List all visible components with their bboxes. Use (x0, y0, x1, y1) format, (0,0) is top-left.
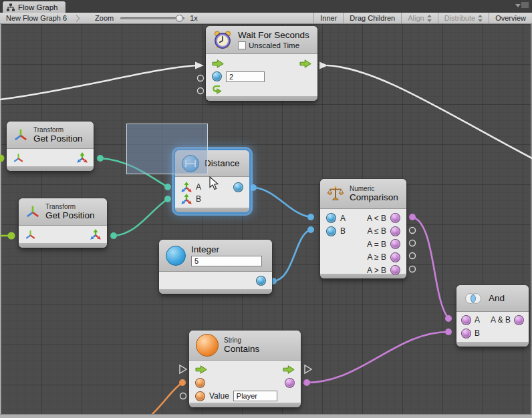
pane-menu-icon[interactable] (515, 2, 529, 8)
contains-result-port[interactable] (285, 378, 295, 388)
selection-rectangle (126, 124, 208, 174)
seconds-port[interactable] (212, 71, 222, 81)
node-footer (456, 342, 529, 347)
flow-input-port[interactable] (195, 365, 207, 374)
node-numeric-comparison[interactable]: Numeric Comparison A A < B B A ≤ B A = B (320, 179, 406, 278)
flow-output-port[interactable] (283, 365, 295, 374)
vector3-output-port[interactable] (77, 152, 88, 163)
node-title: Contains (224, 344, 259, 354)
transform-input-port[interactable] (25, 230, 36, 240)
toolbar: New Flow Graph 6 Zoom 1x Inner Drag Chil… (0, 13, 532, 24)
transform-input-port[interactable] (13, 153, 24, 163)
node-body: A A < B B A ≤ B A = B A ≥ B A > B (320, 209, 406, 274)
dropdown-arrow-icon (515, 3, 521, 8)
node-footer (206, 96, 317, 101)
integer-circle-icon (166, 246, 186, 266)
node-string-contains[interactable]: String Contains Value (189, 331, 301, 407)
port-label-b: B (196, 194, 201, 204)
checkbox-label: Unscaled Time (249, 41, 299, 50)
node-footer (189, 403, 301, 407)
node-title: Integer (191, 244, 265, 254)
output-port-a-lt-b[interactable] (390, 213, 400, 223)
breadcrumb-label: New Flow Graph 6 (6, 14, 67, 22)
output-port-a-gte-b[interactable] (390, 252, 400, 262)
transform-axes-icon (25, 205, 40, 218)
inner-button[interactable]: Inner (313, 13, 343, 23)
breadcrumb[interactable]: New Flow Graph 6 (0, 13, 73, 23)
node-footer (175, 208, 249, 212)
distance-output-port[interactable] (233, 182, 243, 192)
value-input-port[interactable] (195, 391, 205, 401)
output-port-a-lte-b[interactable] (390, 226, 400, 236)
node-title: Wait For Seconds (238, 30, 309, 40)
port-label-a: A (475, 315, 480, 325)
distribute-dropdown[interactable]: Distribute (438, 13, 489, 23)
port-label-b: B (340, 226, 346, 236)
zoom-label: Zoom (95, 14, 114, 22)
vector3-input-port-a[interactable] (181, 182, 192, 192)
node-footer (159, 289, 272, 294)
port-label-a: A (340, 214, 346, 223)
transform-axes-icon (13, 128, 28, 142)
zoom-value: 1x (190, 14, 198, 22)
and-output-port[interactable] (514, 315, 524, 325)
node-body (159, 272, 272, 289)
value-field[interactable] (233, 391, 277, 401)
node-title: Comparison (350, 192, 398, 202)
drag-children-button[interactable]: Drag Children (343, 13, 401, 23)
node-subtitle: String (224, 337, 259, 344)
tab-flow-graph[interactable]: Flow Graph (2, 1, 66, 13)
node-footer (19, 243, 107, 248)
node-subtitle: Transform (45, 203, 95, 210)
zoom-slider-knob[interactable] (176, 15, 183, 22)
node-get-position-1[interactable]: Transform Get Position (7, 122, 94, 171)
and-input-b-port[interactable] (461, 329, 471, 339)
popup-arrows-icon (427, 15, 432, 22)
integer-value-field[interactable] (191, 256, 262, 266)
breadcrumb-chevron-icon (74, 15, 80, 21)
node-header: String Contains (189, 331, 301, 361)
string-input-port[interactable] (195, 378, 205, 388)
zoom-slider-track[interactable] (120, 17, 184, 19)
node-and[interactable]: And A A & B B (456, 285, 529, 347)
node-subtitle: Transform (33, 126, 83, 134)
coroutine-loop-icon[interactable] (212, 84, 223, 94)
alarm-clock-icon (213, 30, 233, 50)
output-label-a-gt-b: A > B (367, 266, 386, 275)
node-get-position-2[interactable]: Transform Get Position (19, 198, 107, 248)
tab-title: Flow Graph (18, 3, 57, 11)
output-label-a-gte-b: A ≥ B (367, 252, 386, 262)
node-body (206, 54, 317, 96)
node-subtitle: Numeric (350, 185, 398, 192)
output-label-a-lt-b: A < B (367, 214, 386, 223)
node-wait-for-seconds[interactable]: Wait For Seconds Unscaled Time (206, 26, 317, 101)
and-input-a-port[interactable] (461, 315, 471, 325)
zoom-slider[interactable] (120, 14, 184, 22)
node-header: Transform Get Position (19, 198, 107, 226)
node-header: And (456, 285, 529, 312)
seconds-field[interactable] (226, 71, 265, 82)
node-body (19, 226, 107, 243)
integer-output-port[interactable] (256, 276, 266, 286)
output-label-a-lte-b: A ≤ B (367, 226, 386, 236)
mouse-cursor-icon (209, 176, 219, 190)
vector3-input-port-b[interactable] (181, 194, 192, 204)
node-body: A A & B B (456, 312, 529, 342)
align-dropdown[interactable]: Align (401, 13, 437, 23)
tab-bar: Flow Graph (0, 0, 532, 13)
toolbar-right-group: Inner Drag Children Align Distribute Ove… (313, 13, 532, 23)
node-header: Transform Get Position (7, 122, 94, 149)
node-header: Wait For Seconds Unscaled Time (206, 26, 317, 54)
output-port-a-eq-b[interactable] (390, 239, 400, 249)
vector3-output-port[interactable] (90, 229, 101, 240)
node-title: Distance (205, 158, 240, 168)
comparison-input-b-port[interactable] (326, 226, 336, 236)
overview-button[interactable]: Overview (489, 13, 532, 23)
unscaled-time-checkbox[interactable] (238, 41, 246, 49)
node-footer (7, 166, 94, 171)
flow-input-port[interactable] (212, 59, 224, 68)
comparison-input-a-port[interactable] (326, 213, 336, 223)
flow-output-port[interactable] (299, 59, 311, 68)
node-title: And (489, 293, 505, 303)
node-integer[interactable]: Integer (159, 240, 272, 294)
